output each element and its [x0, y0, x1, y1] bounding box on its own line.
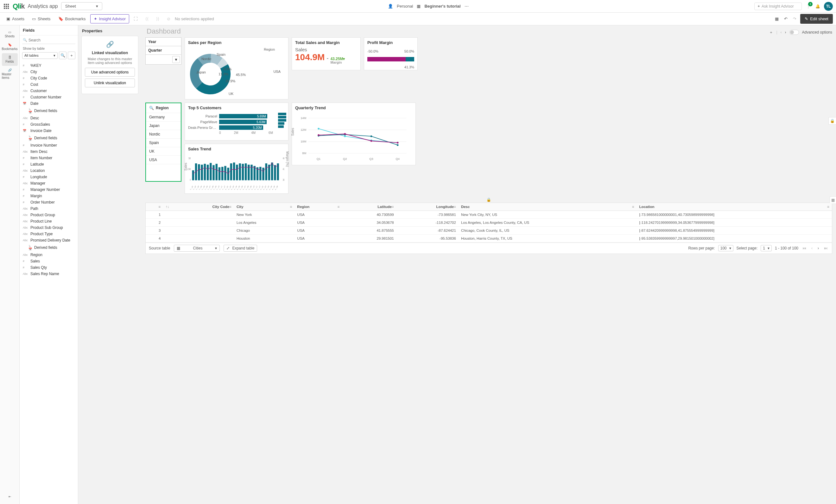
- field-item[interactable]: #Invoice Number: [20, 142, 78, 149]
- field-item[interactable]: AbcProduct Group: [20, 212, 78, 218]
- field-item[interactable]: AbcPromised Delivery Date: [20, 237, 78, 244]
- field-item[interactable]: AbcSales Rep Name: [20, 271, 78, 277]
- field-item[interactable]: #Sales: [20, 258, 78, 264]
- field-item[interactable]: #Customer Number: [20, 94, 78, 100]
- table-row[interactable]: 3ChicagoUSA41.875555-87.624421Chicago, C…: [146, 227, 832, 235]
- column-header[interactable]: ≡Desc: [458, 203, 637, 211]
- column-header[interactable]: ≡Region: [294, 203, 342, 211]
- dim-quarter[interactable]: Quarter: [145, 46, 182, 55]
- field-item[interactable]: #Order Number: [20, 199, 78, 206]
- prev-page-icon[interactable]: ‹: [810, 246, 814, 250]
- column-header[interactable]: ≡: [146, 203, 163, 211]
- field-item[interactable]: #Latitude: [20, 161, 78, 168]
- bookmarks-button[interactable]: 🔖Bookmarks: [55, 15, 89, 23]
- field-item[interactable]: ↳ 📅Derived fields: [20, 134, 78, 142]
- advanced-options-button[interactable]: Use advanced options: [85, 68, 135, 77]
- step-fwd-icon[interactable]: ⟩⟩: [153, 15, 163, 23]
- field-item[interactable]: AbcItem Desc: [20, 149, 78, 155]
- step-back-icon[interactable]: ⟨⟨: [142, 15, 152, 23]
- assets-button[interactable]: ▣Assets: [3, 15, 27, 23]
- add-field-icon[interactable]: ＋: [68, 52, 75, 59]
- filter-icon[interactable]: 🔍: [59, 52, 66, 59]
- field-item[interactable]: AbcPath: [20, 206, 78, 212]
- field-item[interactable]: AbcDesc: [20, 115, 78, 121]
- user-avatar[interactable]: TL: [824, 2, 833, 11]
- table-row[interactable]: 1New YorkUSA40.730599-73.986581New York …: [146, 211, 832, 219]
- field-item[interactable]: #Sales Qty: [20, 264, 78, 271]
- field-item[interactable]: AbcProduct Line: [20, 218, 78, 225]
- region-item[interactable]: USA: [146, 156, 181, 164]
- field-item[interactable]: 📅Invoice Date: [20, 128, 78, 134]
- advanced-toggle[interactable]: [790, 30, 799, 35]
- rows-per-page-select[interactable]: 100▾: [718, 245, 734, 251]
- dim-dropdown[interactable]: ▾: [145, 55, 182, 64]
- tutorial-label[interactable]: Beginner's tutorial: [424, 4, 460, 8]
- field-item[interactable]: ↳ 📅Derived fields: [20, 244, 78, 252]
- bell-icon[interactable]: 🔔: [815, 3, 821, 9]
- kpi-card[interactable]: Total Sales and Margin Sales 104.9M- 43.…: [292, 37, 361, 70]
- add-icon[interactable]: ＋: [769, 30, 773, 35]
- column-header[interactable]: ≡City: [234, 203, 294, 211]
- edit-sheet-button[interactable]: ✎Edit sheet: [800, 14, 833, 24]
- dim-year[interactable]: Year: [145, 37, 182, 46]
- field-item[interactable]: #%KEY: [20, 62, 78, 69]
- sheet-dropdown[interactable]: Sheet▾: [61, 2, 102, 10]
- field-item[interactable]: AbcProduct Sub Group: [20, 225, 78, 231]
- region-filter[interactable]: 🔍Region GermanyJapanNordicSpainUKUSA: [145, 102, 182, 182]
- field-item[interactable]: AbcProduct Type: [20, 231, 78, 237]
- tables-dropdown[interactable]: All tables▾: [22, 52, 58, 59]
- region-item[interactable]: Spain: [146, 139, 181, 147]
- table-row[interactable]: 2Los AngelesUSA34.053678-118.242702Los A…: [146, 219, 832, 227]
- source-table-dropdown[interactable]: ▦Cities▾: [174, 245, 220, 252]
- field-item[interactable]: #City Code: [20, 75, 78, 81]
- field-item[interactable]: AbcCity: [20, 69, 78, 75]
- region-item[interactable]: Japan: [146, 121, 181, 130]
- help-icon[interactable]: ❔3: [805, 3, 811, 9]
- region-item[interactable]: Nordic: [146, 130, 181, 139]
- rail-fields[interactable]: 🗄Fields: [2, 53, 18, 66]
- prev-sheet-icon[interactable]: ‹: [781, 30, 782, 35]
- sales-trend-card[interactable]: Sales Trend Sales Margin (%) 02.5M5M3641…: [185, 144, 288, 194]
- expand-table-button[interactable]: ⤢Expand table: [224, 245, 257, 252]
- rail-sheets[interactable]: ▭Sheets: [2, 28, 18, 40]
- field-item[interactable]: #Manager Number: [20, 187, 78, 193]
- sales-per-region-card[interactable]: Sales per Region Region USA 45.5% UK 26.…: [185, 37, 288, 99]
- profit-margin-card[interactable]: Profit Margin -50.0%50.0% 41.3%: [364, 37, 418, 70]
- column-header[interactable]: ≡Longitude: [397, 203, 458, 211]
- quarterly-trend-card[interactable]: Quarterly Trend Sales 14M12M10M8MQ1Q2Q3Q…: [292, 102, 416, 165]
- personal-label[interactable]: Personal: [397, 4, 413, 8]
- sheets-button[interactable]: ▭Sheets: [29, 15, 54, 23]
- unlink-button[interactable]: Unlink visualization: [85, 78, 135, 88]
- app-launcher-icon[interactable]: [3, 3, 10, 9]
- field-item[interactable]: 📅Date: [20, 100, 78, 107]
- region-item[interactable]: Germany: [146, 113, 181, 121]
- rail-bookmarks[interactable]: 🔖Bookmarks: [2, 40, 18, 53]
- collapse-rail-icon[interactable]: ⇤: [2, 492, 18, 501]
- top5-card[interactable]: Top 5 Customers Paracel5.69MPageWave5.63…: [185, 102, 288, 140]
- field-item[interactable]: ↳ 📅Derived fields: [20, 107, 78, 115]
- table-row[interactable]: 4HoustonUSA29.981501-95.53836Houston, Ha…: [146, 235, 832, 243]
- insight-advisor-button[interactable]: ✦Insight Advisor: [90, 14, 130, 23]
- fields-search-input[interactable]: [22, 37, 75, 44]
- next-sheet-icon[interactable]: ›: [785, 30, 786, 35]
- region-item[interactable]: UK: [146, 147, 181, 156]
- field-item[interactable]: AbcManager: [20, 180, 78, 187]
- column-header[interactable]: ≡↑↓City Code: [163, 203, 234, 211]
- field-item[interactable]: #Longitude: [20, 174, 78, 180]
- more-icon[interactable]: ⋯: [464, 4, 469, 8]
- field-item[interactable]: AbcRegion: [20, 252, 78, 258]
- field-item[interactable]: AbcCustomer: [20, 88, 78, 94]
- rail-master[interactable]: 🔗Master items: [2, 66, 18, 82]
- lock-icon[interactable]: 🔒: [829, 117, 836, 125]
- ask-insight-input[interactable]: ✦Ask Insight Advisor: [754, 2, 802, 10]
- redo-icon[interactable]: ↷: [791, 16, 798, 22]
- field-item[interactable]: #Margin: [20, 193, 78, 199]
- field-item[interactable]: #Cost: [20, 81, 78, 88]
- grid-icon[interactable]: ▦: [774, 16, 780, 22]
- selections-tool-icon[interactable]: ⛶: [131, 15, 141, 23]
- undo-icon[interactable]: ↶: [782, 16, 789, 22]
- page-select[interactable]: 1▾: [761, 245, 772, 251]
- first-page-icon[interactable]: ⏮: [801, 246, 807, 250]
- next-page-icon[interactable]: ›: [817, 246, 820, 250]
- clear-icon[interactable]: ⊘: [164, 15, 173, 23]
